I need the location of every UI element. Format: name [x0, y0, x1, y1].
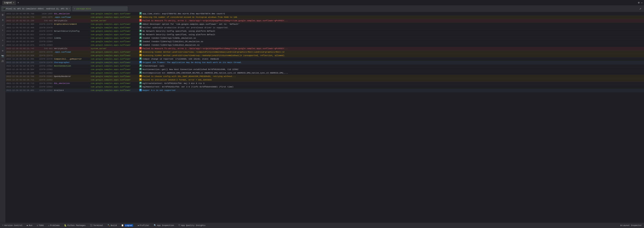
device-icon: 📱 — [3, 7, 6, 10]
level-badge: D — [139, 12, 142, 15]
settings-icon[interactable]: ⚙ — [638, 1, 640, 4]
status-item-app-inspection[interactable]: 🔍App Inspection — [153, 224, 175, 228]
log-pkg: system_server — [91, 47, 138, 50]
status-label: Terminal — [93, 224, 103, 227]
log-message: Accessing hidden method Landroid/view/Vi… — [142, 50, 643, 54]
log-pkg: com.google.samples.apps.sunflower — [91, 57, 138, 61]
status-label: Logcat — [124, 224, 133, 227]
log-pid: 22470-22584 — [38, 43, 54, 47]
status-item-build[interactable]: 🔨Build — [107, 224, 118, 228]
level-badge: D — [139, 29, 142, 32]
log-row[interactable]: 2022-12-29 02:02:26.709 22470-22582 Open… — [6, 75, 644, 78]
main-area: 🗑 ⏸ ↺ ⬇ ↑ ≡ ≡ ⊞ 📷 🎥 2022-12-29 01:00:55.… — [0, 12, 644, 223]
minimize-icon[interactable]: — — [641, 1, 642, 4]
log-datetime: 2022-12-29 02:02:23.400 — [6, 22, 38, 26]
log-area[interactable]: 2022-12-29 01:00:55.790 1639-1855 EGL_em… — [6, 12, 644, 223]
log-level: D — [138, 82, 142, 84]
log-row[interactable]: 2022-12-29 02:02:26.155 22470-22470 Chor… — [6, 61, 644, 64]
pause-button[interactable]: ⏸ — [1, 18, 5, 22]
log-message: loaded /vendor/lib64/egl/libEGL_emulatio… — [142, 36, 643, 40]
log-row[interactable]: 2022-12-29 02:02:23.621 22470-22584 libE… — [6, 36, 644, 40]
log-row[interactable]: 2022-12-29 02:02:23.402 22470-22470 Netw… — [6, 29, 644, 33]
restart-button[interactable]: ↺ — [1, 23, 5, 27]
log-pid: 22470-22582 — [38, 75, 54, 78]
log-row[interactable]: 2022-12-29 02:02:23.199 546-603 VerityUt… — [6, 19, 644, 22]
log-level: E — [138, 19, 142, 22]
log-pid: 1639-1675 — [38, 15, 54, 19]
log-pkg: com.google.samples.apps.sunflower — [91, 54, 138, 57]
log-level: E — [138, 47, 142, 49]
status-item-todo[interactable]: ☑TODO — [36, 224, 44, 228]
log-level: W — [138, 75, 142, 77]
log-row[interactable]: 2022-12-29 02:02:23.400 22470-22470 com.… — [6, 26, 644, 29]
level-badge: E — [139, 47, 142, 49]
level-badge: I — [139, 61, 142, 63]
log-level: D — [138, 68, 142, 70]
status-item-run[interactable]: ▶Run — [26, 224, 33, 228]
status-label: Run — [29, 224, 32, 227]
status-icon: 🛡 — [178, 224, 180, 227]
log-row[interactable]: 2022-12-29 02:02:23.621 22470-22584 com.… — [6, 33, 644, 36]
log-row[interactable]: 2022-12-29 02:02:24.328 22470-22470 com.… — [6, 54, 644, 57]
level-badge: W — [139, 15, 142, 18]
level-badge: E — [139, 19, 142, 22]
log-row[interactable]: 2022-12-29 01:00:55.790 1639-1855 EGL_em… — [6, 12, 644, 15]
status-item-logcat[interactable]: 📋Logcat — [120, 224, 134, 228]
log-row[interactable]: 2022-12-29 02:02:26.699 22470-22582 com.… — [6, 71, 644, 75]
log-row[interactable]: 2022-12-29 02:02:23.673 22470-22584 com.… — [6, 43, 644, 47]
log-tag: VerityUtils — [54, 19, 91, 22]
status-item-profiler[interactable]: ◈Profiler — [137, 224, 150, 228]
log-row[interactable]: 2022-12-29 02:02:26.715 22470-22582 com.… — [6, 85, 644, 89]
log-row[interactable]: 2022-12-29 02:02:26.711 22470-22582 com.… — [6, 78, 644, 82]
log-message: Skipped 154 frames! The application may … — [142, 61, 643, 64]
filter-button[interactable]: ≡ — [1, 38, 5, 42]
log-level: W — [138, 50, 142, 53]
status-item-problems[interactable]: ⚠Problems — [48, 224, 60, 228]
log-row[interactable]: 2022-12-29 02:02:26.713 22470-22582 EGL_… — [6, 82, 644, 85]
log-row[interactable]: 2022-12-29 01:01:04.770 1639-1675 .apps.… — [6, 15, 644, 19]
log-pid: 22470-22584 — [38, 33, 54, 36]
log-pkg: com.google.samples.apps.sunflower — [91, 22, 138, 26]
filter-icon: ▽ — [74, 7, 75, 10]
log-pkg: system_server — [91, 19, 138, 22]
log-row[interactable]: 2022-12-29 02:02:26.584 22470-22582 com.… — [6, 68, 644, 71]
level-badge: D — [139, 71, 142, 74]
status-item-app-quality-insights[interactable]: 🛡App Quality Insights — [178, 224, 206, 228]
filter-bar[interactable]: ▽ package:mine — [72, 6, 128, 11]
log-message: No Network Security Config specified, us… — [142, 33, 643, 36]
layout-inspector-item[interactable]: ⊞Layout Inspector — [620, 224, 642, 228]
log-tag: VerityUtils — [54, 47, 91, 50]
log-row[interactable]: 2022-12-29 02:02:26.803 22470-22582 Gral… — [6, 89, 644, 92]
log-row[interactable]: 2022-12-29 02:02:26.579 22470-22582 Host… — [6, 64, 644, 68]
status-item-terminal[interactable]: ⬛Terminal — [89, 224, 104, 228]
screenshot-button[interactable]: 📷 — [1, 54, 5, 58]
status-label: Problems — [50, 224, 60, 227]
log-pid: 22470-22470 — [38, 29, 54, 33]
status-item-python-packages[interactable]: 🐍Python Packages — [63, 224, 86, 228]
log-row[interactable]: 2022-12-29 02:02:23.743 546-603 VerityUt… — [6, 47, 644, 50]
log-datetime: 2022-12-29 02:02:26.715 — [6, 85, 38, 89]
log-pid: 22470-22582 — [38, 68, 54, 71]
device-selector[interactable]: 📱 Pixel XL API 31 (emulator-5554) Androi… — [2, 6, 71, 11]
log-row[interactable]: 2022-12-29 02:02:25.690 22470-22470 Comp… — [6, 57, 644, 61]
log-pid: 22470-22470 — [38, 61, 54, 64]
layout-button[interactable]: ⊞ — [1, 49, 5, 53]
log-row[interactable]: 2022-12-29 02:02:23.664 22470-22584 com.… — [6, 40, 644, 43]
log-message: createUnique: call — [142, 64, 643, 68]
tab-close-icon[interactable]: ✕ — [13, 2, 14, 4]
add-tab-button[interactable]: + — [16, 1, 20, 4]
level-badge: D — [139, 64, 142, 67]
expand-button[interactable]: ⤢ — [638, 6, 642, 11]
tab-logcat[interactable]: Logcat ✕ — [2, 0, 16, 5]
log-level: D — [138, 40, 142, 42]
format-button[interactable]: ≡ — [1, 44, 5, 48]
scroll-down-button[interactable]: ⬇ — [1, 28, 5, 32]
status-label: TODO — [39, 224, 44, 227]
clear-button[interactable]: 🗑 — [1, 13, 5, 17]
status-item-version-control[interactable]: ⑂Version Control — [2, 224, 23, 228]
scroll-up-button[interactable]: ↑ — [1, 33, 5, 37]
log-tag: .apps.sunflowe — [54, 50, 91, 54]
log-row[interactable]: 2022-12-29 02:02:23.400 22470-22470 Grap… — [6, 22, 644, 26]
log-row[interactable]: 2022-12-29 02:02:24.327 22470-22470 .app… — [6, 50, 644, 54]
video-button[interactable]: 🎥 — [1, 59, 5, 63]
